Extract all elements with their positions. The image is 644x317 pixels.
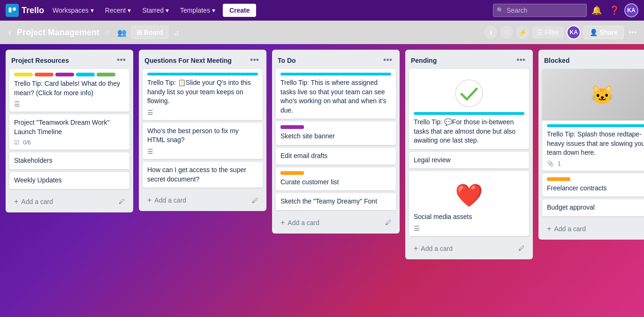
card[interactable]: Curate customer list (276, 167, 396, 191)
card[interactable]: Sketch site banner (276, 121, 396, 145)
card[interactable]: Trello Tip: 💬For those in-between tasks … (409, 69, 529, 149)
card[interactable]: Trello Tip: This is where assigned tasks… (276, 69, 396, 119)
card[interactable]: Budget approval (542, 199, 644, 216)
label-chip[interactable] (55, 73, 74, 76)
checkmark-area (414, 73, 524, 112)
card-text: Social media assets (414, 212, 524, 222)
list-menu-button[interactable]: ••• (381, 54, 394, 66)
card[interactable]: 🐱Trello Tip: Splash those redtape-heavy … (542, 69, 644, 171)
card-meta: 📎 1 (547, 160, 644, 167)
workspace-icon-button[interactable]: 👥 (115, 26, 129, 39)
label-chip[interactable] (35, 73, 53, 76)
card[interactable]: Weekly Updates (9, 172, 129, 189)
info-button[interactable]: ℹ (484, 26, 497, 39)
filter-icon: ☰ (537, 29, 543, 36)
card[interactable]: Freelancer contracts (542, 174, 644, 197)
add-card-button[interactable]: +Add a card🖊 (408, 241, 530, 257)
compose-icon: 🖊 (518, 245, 524, 252)
card-label (547, 177, 570, 181)
chevron-down-icon: ▾ (166, 7, 169, 14)
recent-menu[interactable]: Recent ▾ (100, 4, 136, 17)
add-card-button[interactable]: +Add a card🖊 (541, 221, 644, 237)
card[interactable]: Project "Teamwork Dream Work" Launch Tim… (9, 114, 129, 150)
card-text: Freelancer contracts (547, 184, 644, 193)
notifications-button[interactable]: 🔔 (589, 3, 605, 17)
card-text: Stakeholders (14, 156, 125, 166)
app-logo[interactable]: Trello (6, 4, 44, 17)
card[interactable]: How can I get access to the super secret… (143, 162, 263, 188)
create-button[interactable]: Create (223, 4, 257, 17)
board-header-right: ℹ ♡ ⚡ ☰ Filter KA 👤 Share ••• (484, 25, 638, 39)
heart-emoji: ❤️ (414, 175, 524, 212)
add-card-label: Add a card (154, 196, 186, 204)
svg-rect-1 (13, 8, 16, 11)
board-tab[interactable]: ⊞ Board (131, 26, 168, 39)
share-button[interactable]: 👤 Share (583, 26, 624, 39)
card-text: How can I get access to the super secret… (147, 166, 258, 184)
templates-menu[interactable]: Templates ▾ (175, 4, 220, 17)
add-card-button[interactable]: +Add a card🖊 (8, 194, 130, 210)
more-options-button[interactable]: ••• (627, 26, 638, 38)
card-accent-bar (547, 124, 644, 127)
add-card-button[interactable]: +Add a card🖊 (275, 215, 397, 231)
add-card-label: Add a card (554, 225, 586, 233)
add-card-label: Add a card (421, 245, 453, 252)
label-chip[interactable] (14, 73, 33, 76)
card[interactable]: ❤️Social media assets☰ (409, 171, 529, 236)
card[interactable]: Who's the best person to fix my HTML sna… (143, 123, 263, 159)
list-menu-button[interactable]: ••• (515, 54, 527, 66)
app-name: Trello (22, 6, 44, 15)
board-header-left: ‹ Project Management ☆ 👥 ⊞ Board ⊿ (6, 26, 480, 39)
card-text: Curate customer list (280, 178, 391, 187)
board-back-button[interactable]: ‹ (6, 26, 14, 39)
starred-menu[interactable]: Starred ▾ (137, 4, 174, 17)
card-meta: ☰ (147, 109, 258, 116)
card-text: Weekly Updates (14, 176, 125, 185)
checklist-count: 0/6 (23, 139, 31, 146)
help-button[interactable]: ❓ (606, 3, 622, 17)
share-icon: 👤 (590, 29, 598, 36)
label-chip[interactable] (76, 73, 95, 76)
board-avatar[interactable]: KA (567, 25, 581, 39)
card-text: Legal review (414, 156, 524, 165)
board-body: Project Resources•••Trello Tip: Card lab… (0, 44, 644, 317)
heart-board-button[interactable]: ♡ (500, 26, 513, 39)
attachment-icon: 📎 (547, 160, 554, 167)
list-header: Questions For Next Meeting••• (139, 50, 266, 69)
svg-rect-0 (9, 8, 12, 13)
card-image: 🐱 (542, 69, 644, 121)
lightning-button[interactable]: ⚡ (516, 26, 529, 39)
add-card-label: Add a card (21, 198, 53, 205)
plus-icon: + (147, 196, 152, 204)
filter-button[interactable]: ☰ Filter (532, 26, 564, 38)
starred-label: Starred (142, 7, 164, 14)
lines-icon: ☰ (414, 225, 420, 232)
list-title: Pending (411, 57, 515, 64)
card[interactable]: Sketch the "Teamy Dreamy" Font (276, 193, 396, 210)
compose-icon: 🖊 (252, 197, 258, 204)
card[interactable]: Trello Tip: Card labels! What do they me… (9, 69, 129, 112)
card[interactable]: Trello Tip: 📋Slide your Q's into this ha… (143, 69, 263, 120)
card-text: Trello Tip: Card labels! What do they me… (14, 79, 125, 98)
star-button[interactable]: ☆ (102, 26, 113, 39)
card-accent-bar (280, 73, 391, 75)
plus-icon: + (280, 219, 285, 227)
avatar[interactable]: KA (624, 3, 638, 17)
workspaces-menu[interactable]: Workspaces ▾ (48, 4, 98, 17)
add-card-button[interactable]: +Add a card🖊 (142, 192, 264, 208)
card[interactable]: Edit email drafts (276, 148, 396, 165)
list-to-do: To Do•••Trello Tip: This is where assign… (272, 50, 400, 234)
list-header: Project Resources••• (6, 50, 133, 69)
card-labels (14, 73, 125, 76)
card-text: Sketch site banner (280, 132, 391, 141)
card[interactable]: Legal review (409, 152, 529, 169)
search-input[interactable] (493, 4, 587, 17)
list-menu-button[interactable]: ••• (248, 54, 261, 66)
card-label (280, 171, 304, 175)
board-expand-button[interactable]: ⊿ (171, 26, 181, 39)
lines-icon: ☰ (14, 100, 20, 108)
label-chip[interactable] (97, 73, 115, 76)
search-wrap: 🔍 (493, 4, 587, 17)
card[interactable]: Stakeholders (9, 152, 129, 169)
list-menu-button[interactable]: ••• (115, 54, 128, 66)
